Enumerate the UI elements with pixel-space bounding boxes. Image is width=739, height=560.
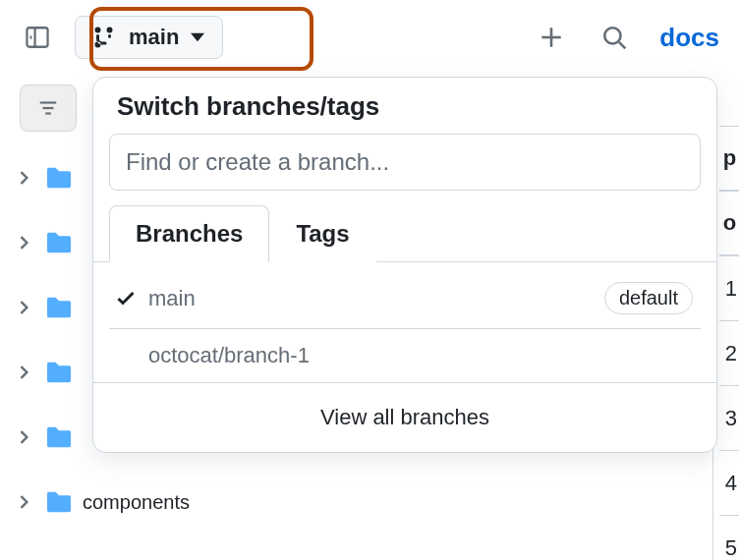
git-branch-icon: [93, 26, 117, 49]
tree-row[interactable]: components: [18, 470, 739, 534]
folder-icon: [45, 361, 73, 384]
line-number: 5: [719, 515, 739, 560]
branch-select-button[interactable]: main: [75, 16, 223, 59]
search-button[interactable]: [597, 20, 632, 55]
docs-link[interactable]: docs: [659, 23, 719, 53]
svg-line-5: [619, 42, 626, 49]
chevron-right-icon: [18, 430, 35, 444]
chevron-right-icon: [18, 301, 35, 314]
panel-collapse-icon: [25, 25, 50, 50]
line-number: 4: [719, 450, 739, 515]
svg-point-4: [605, 28, 621, 43]
add-button[interactable]: [534, 20, 569, 55]
folder-icon: [45, 166, 73, 190]
chevron-right-icon: [18, 236, 35, 250]
branch-item-label: main: [148, 286, 196, 311]
gutter-header: p: [719, 126, 739, 191]
branch-item-main[interactable]: main default: [109, 268, 701, 329]
caret-down-icon: [191, 30, 204, 44]
chevron-right-icon: [18, 365, 35, 379]
folder-icon: [45, 296, 73, 319]
sidebar-collapse-button[interactable]: [20, 20, 55, 55]
popover-title: Switch branches/tags: [93, 91, 716, 134]
chevron-right-icon: [18, 171, 35, 185]
tab-tags[interactable]: Tags: [269, 205, 375, 262]
gutter-header: o: [719, 191, 739, 255]
branch-item-label: octocat/branch-1: [148, 343, 310, 368]
filter-button[interactable]: [20, 84, 77, 132]
branch-search-input[interactable]: [109, 134, 701, 191]
folder-icon: [45, 490, 73, 514]
filter-icon: [37, 97, 59, 119]
line-number: 1: [719, 255, 739, 320]
plus-icon: [539, 25, 564, 50]
tree-item-label: components: [83, 491, 190, 514]
popover-tabs: Branches Tags: [93, 204, 716, 262]
tab-branches[interactable]: Branches: [109, 205, 269, 262]
line-number: 3: [719, 385, 739, 450]
chevron-right-icon: [18, 495, 35, 509]
folder-icon: [45, 425, 73, 449]
default-badge: default: [604, 282, 693, 314]
check-icon: [117, 290, 139, 308]
toolbar: main docs: [0, 0, 739, 75]
branch-item-octocat[interactable]: octocat/branch-1: [109, 329, 701, 382]
branch-switcher-popover: Switch branches/tags Branches Tags main …: [92, 77, 717, 453]
line-number: 2: [719, 320, 739, 385]
branch-list: main default octocat/branch-1: [93, 262, 716, 382]
view-all-branches-link[interactable]: View all branches: [93, 382, 716, 452]
folder-icon: [45, 231, 73, 254]
branch-name-label: main: [129, 25, 179, 50]
search-icon: [601, 25, 627, 50]
